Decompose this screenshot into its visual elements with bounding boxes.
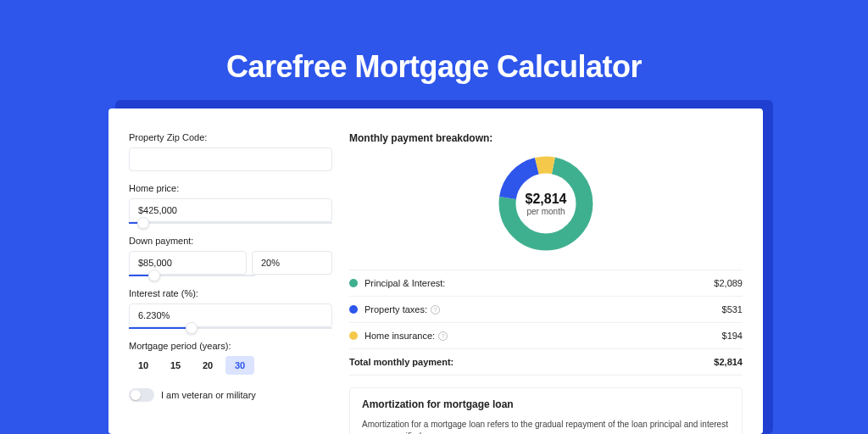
slider-thumb[interactable] <box>148 270 160 281</box>
period-option-10[interactable]: 10 <box>129 356 158 375</box>
donut-center: $2,814 per month <box>526 192 567 216</box>
period-label: Mortgage period (years): <box>129 341 332 351</box>
amortization-section: Amortization for mortgage loan Amortizat… <box>349 387 743 434</box>
breakdown-title: Monthly payment breakdown: <box>349 132 743 144</box>
home-price-slider[interactable] <box>129 222 332 224</box>
down-payment-label: Down payment: <box>129 236 332 246</box>
breakdown-rows: Principal & Interest:$2,089Property taxe… <box>349 270 743 376</box>
down-payment-pct-input[interactable] <box>252 251 332 275</box>
down-payment-slider[interactable] <box>129 275 255 276</box>
amortization-title: Amortization for mortgage loan <box>362 398 730 410</box>
breakdown-value: $531 <box>722 304 743 314</box>
payment-donut-chart: $2,814 per month <box>495 153 597 254</box>
home-price-field: Home price: <box>129 183 332 224</box>
period-option-15[interactable]: 15 <box>161 356 190 375</box>
slider-thumb[interactable] <box>186 322 198 334</box>
zip-field: Property Zip Code: <box>129 132 332 171</box>
breakdown-panel: Monthly payment breakdown: $2,814 per mo… <box>349 132 743 434</box>
interest-slider[interactable] <box>129 327 332 329</box>
period-options: 10152030 <box>129 356 332 375</box>
zip-label: Property Zip Code: <box>129 132 332 142</box>
breakdown-row: Home insurance:?$194 <box>349 323 743 349</box>
page-title: Carefree Mortgage Calculator <box>0 49 868 85</box>
period-field: Mortgage period (years): 10152030 <box>129 341 332 375</box>
down-payment-field: Down payment: <box>129 236 332 276</box>
form-panel: Property Zip Code: Home price: Down paym… <box>129 132 332 434</box>
donut-sub: per month <box>526 207 567 216</box>
breakdown-label: Home insurance:? <box>364 331 722 341</box>
donut-amount: $2,814 <box>526 192 567 207</box>
down-payment-amount-input[interactable] <box>129 251 247 275</box>
donut-wrap: $2,814 per month <box>349 153 743 254</box>
zip-input[interactable] <box>129 147 332 171</box>
period-option-30[interactable]: 30 <box>225 356 254 375</box>
breakdown-row: Principal & Interest:$2,089 <box>349 270 743 297</box>
veteran-label: I am veteran or military <box>161 390 256 400</box>
page-background: Carefree Mortgage Calculator Property Zi… <box>0 0 868 434</box>
breakdown-value: $2,089 <box>714 278 743 288</box>
breakdown-label: Principal & Interest: <box>364 278 714 288</box>
slider-thumb[interactable] <box>137 217 149 229</box>
veteran-row: I am veteran or military <box>129 388 332 402</box>
legend-dot <box>349 279 358 287</box>
veteran-toggle[interactable] <box>129 388 154 402</box>
breakdown-label: Property taxes:? <box>364 304 722 314</box>
period-option-20[interactable]: 20 <box>193 356 222 375</box>
breakdown-total-value: $2,814 <box>714 357 743 367</box>
interest-input[interactable] <box>129 303 332 327</box>
home-price-label: Home price: <box>129 183 332 193</box>
legend-dot <box>349 331 358 340</box>
info-icon[interactable]: ? <box>438 331 448 341</box>
home-price-input[interactable] <box>129 198 332 222</box>
breakdown-value: $194 <box>722 331 743 341</box>
interest-label: Interest rate (%): <box>129 288 332 298</box>
breakdown-row: Property taxes:?$531 <box>349 297 743 323</box>
slider-fill <box>129 327 192 329</box>
toggle-knob <box>131 390 141 400</box>
breakdown-total-row: Total monthly payment:$2,814 <box>349 349 743 376</box>
interest-field: Interest rate (%): <box>129 288 332 329</box>
amortization-text: Amortization for a mortgage loan refers … <box>362 419 730 434</box>
legend-dot <box>349 305 358 314</box>
info-icon[interactable]: ? <box>431 305 440 314</box>
breakdown-total-label: Total monthly payment: <box>349 357 714 367</box>
calculator-card: Property Zip Code: Home price: Down paym… <box>108 108 763 434</box>
